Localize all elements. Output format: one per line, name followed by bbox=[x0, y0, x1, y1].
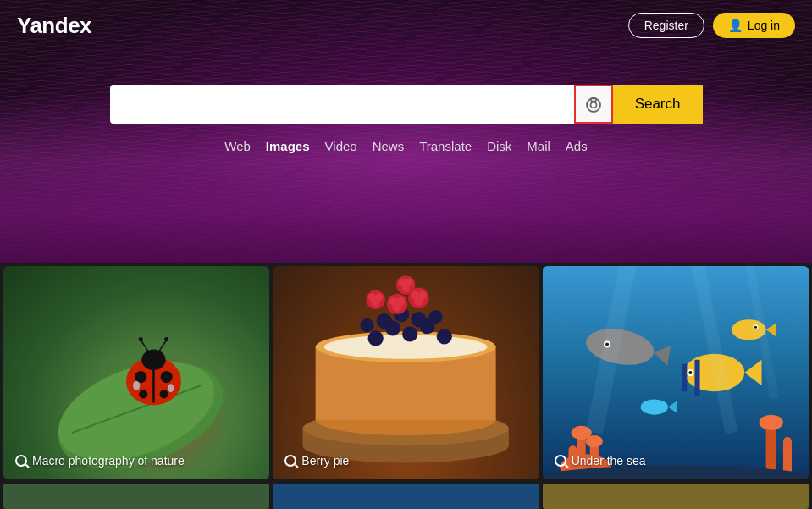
user-icon: 👤 bbox=[728, 19, 743, 32]
image-card-pie[interactable]: Berry pie bbox=[273, 266, 539, 479]
register-button[interactable]: Register bbox=[628, 13, 704, 38]
search-area: Search Web Images Video News Translate D… bbox=[110, 85, 703, 155]
search-input[interactable] bbox=[110, 85, 574, 124]
strip-card-3[interactable] bbox=[543, 484, 809, 509]
svg-point-0 bbox=[587, 98, 600, 112]
svg-point-34 bbox=[412, 312, 427, 327]
header: Yandex Register 👤 Log in bbox=[0, 0, 812, 51]
search-button[interactable]: Search bbox=[613, 85, 703, 124]
svg-point-52 bbox=[402, 285, 410, 292]
login-button[interactable]: 👤 Log in bbox=[713, 13, 795, 38]
nav-video[interactable]: Video bbox=[325, 137, 357, 155]
svg-point-44 bbox=[372, 299, 379, 307]
sea-card-label: Under the sea bbox=[555, 454, 646, 468]
svg-rect-60 bbox=[765, 424, 776, 472]
svg-point-13 bbox=[160, 390, 168, 398]
ladybug-illustration bbox=[3, 266, 269, 479]
content-area: Macro photography of nature bbox=[0, 263, 812, 509]
svg-point-31 bbox=[437, 329, 452, 344]
svg-point-32 bbox=[377, 313, 392, 329]
nav-translate[interactable]: Translate bbox=[419, 137, 472, 155]
search-icon-pie bbox=[284, 455, 296, 467]
logo: Yandex bbox=[17, 13, 91, 39]
svg-point-29 bbox=[402, 326, 417, 341]
image-card-sea[interactable]: Under the sea bbox=[543, 266, 809, 479]
search-icon-ladybug bbox=[15, 455, 27, 467]
svg-point-68 bbox=[688, 371, 692, 374]
svg-point-76 bbox=[754, 326, 757, 329]
bottom-strip bbox=[0, 484, 812, 509]
svg-point-12 bbox=[139, 390, 147, 398]
svg-point-18 bbox=[133, 381, 140, 390]
nav-ads[interactable]: Ads bbox=[566, 137, 588, 155]
svg-point-62 bbox=[759, 415, 782, 430]
svg-point-17 bbox=[164, 337, 168, 341]
svg-point-40 bbox=[393, 303, 401, 312]
nav-web[interactable]: Web bbox=[224, 137, 251, 155]
strip-card-2[interactable] bbox=[273, 484, 539, 509]
svg-point-77 bbox=[640, 399, 667, 414]
svg-point-27 bbox=[368, 330, 384, 346]
nav-disk[interactable]: Disk bbox=[487, 137, 511, 155]
pie-illustration bbox=[273, 266, 539, 479]
strip-card-1[interactable] bbox=[3, 484, 269, 509]
svg-line-14 bbox=[141, 340, 149, 352]
svg-point-59 bbox=[585, 435, 602, 447]
nav-images[interactable]: Images bbox=[266, 137, 310, 155]
pie-card-label: Berry pie bbox=[284, 454, 349, 468]
camera-icon bbox=[583, 94, 604, 114]
sea-illustration bbox=[543, 266, 809, 479]
ladybug-background bbox=[3, 266, 269, 479]
nav-news[interactable]: News bbox=[373, 137, 405, 155]
svg-rect-2 bbox=[591, 98, 596, 102]
nav-links: Web Images Video News Translate Disk Mai… bbox=[110, 137, 703, 155]
pie-background bbox=[273, 266, 539, 479]
image-grid: Macro photography of nature bbox=[0, 263, 812, 483]
svg-point-11 bbox=[161, 371, 173, 383]
svg-point-36 bbox=[429, 310, 443, 324]
search-icon-sea bbox=[555, 455, 566, 467]
sea-background bbox=[543, 266, 809, 479]
svg-point-1 bbox=[590, 102, 596, 108]
svg-point-35 bbox=[361, 318, 374, 332]
svg-point-48 bbox=[415, 297, 423, 306]
camera-search-button[interactable] bbox=[574, 85, 613, 124]
svg-line-15 bbox=[158, 340, 167, 352]
search-bar: Search bbox=[110, 85, 703, 124]
nav-mail[interactable]: Mail bbox=[527, 137, 550, 155]
header-buttons: Register 👤 Log in bbox=[628, 13, 795, 38]
svg-point-16 bbox=[139, 337, 143, 341]
svg-rect-61 bbox=[783, 437, 792, 476]
svg-point-19 bbox=[168, 384, 174, 392]
ladybug-card-label: Macro photography of nature bbox=[15, 454, 185, 468]
image-card-ladybug[interactable]: Macro photography of nature bbox=[3, 266, 269, 479]
